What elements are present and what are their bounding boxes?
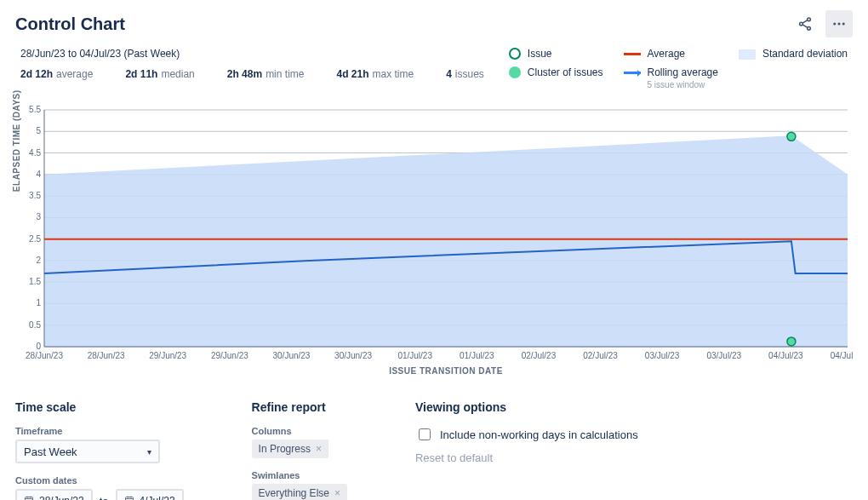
stats-row: 2d 12haverage 2d 11hmedian 2h 48mmin tim… bbox=[20, 68, 484, 80]
svg-text:03/Jul/23: 03/Jul/23 bbox=[645, 351, 680, 360]
svg-text:3: 3 bbox=[36, 212, 41, 221]
legend-rolling: Rolling average 5 issue window bbox=[624, 66, 718, 89]
svg-text:29/Jun/23: 29/Jun/23 bbox=[211, 351, 248, 360]
chart-area: ELAPSED TIME (DAYS) 00.511.522.533.544.5… bbox=[15, 105, 853, 380]
stddev-swatch-icon bbox=[739, 49, 756, 60]
legend: Issue Average Standard deviation Cluster… bbox=[509, 48, 848, 89]
header-actions bbox=[791, 10, 853, 37]
issue-icon bbox=[509, 48, 521, 60]
stat-value: 2h 48m bbox=[227, 68, 262, 80]
date-range: 28/Jun/23 to 04/Jul/23 (Past Week) bbox=[20, 48, 484, 60]
svg-point-49 bbox=[787, 337, 796, 346]
svg-point-1 bbox=[800, 22, 803, 26]
svg-text:0: 0 bbox=[36, 342, 41, 351]
section-title: Time scale bbox=[15, 400, 184, 414]
stats-block: 28/Jun/23 to 04/Jul/23 (Past Week) 2d 12… bbox=[20, 48, 484, 80]
stat-label: min time bbox=[266, 68, 304, 80]
average-line-icon bbox=[624, 53, 641, 55]
svg-text:2: 2 bbox=[36, 256, 41, 265]
summary-row: 28/Jun/23 to 04/Jul/23 (Past Week) 2d 12… bbox=[15, 48, 853, 89]
svg-text:04/Jul/23: 04/Jul/23 bbox=[768, 351, 803, 360]
legend-label: Rolling average bbox=[648, 66, 718, 78]
rolling-line-icon bbox=[624, 72, 641, 74]
svg-text:5.5: 5.5 bbox=[29, 105, 41, 114]
stat-label: average bbox=[56, 68, 93, 80]
svg-text:02/Jul/23: 02/Jul/23 bbox=[522, 351, 557, 360]
more-button[interactable] bbox=[825, 10, 853, 37]
timeframe-select[interactable]: Past Week ▾ bbox=[15, 440, 160, 463]
svg-text:28/Jun/23: 28/Jun/23 bbox=[26, 351, 63, 360]
select-value: Past Week bbox=[24, 445, 77, 458]
svg-text:5: 5 bbox=[36, 126, 41, 135]
svg-text:30/Jun/23: 30/Jun/23 bbox=[334, 351, 372, 360]
date-value: 28/Jun/23 bbox=[39, 495, 84, 500]
checkbox-label: Include non-working days in calculations bbox=[440, 428, 638, 441]
nonworking-checkbox[interactable] bbox=[419, 428, 431, 440]
svg-point-3 bbox=[833, 23, 836, 26]
chevron-down-icon: ▾ bbox=[147, 447, 151, 457]
svg-point-5 bbox=[842, 23, 845, 26]
stat-value: 4 bbox=[446, 68, 452, 80]
stat-label: median bbox=[161, 68, 194, 80]
svg-text:28/Jun/23: 28/Jun/23 bbox=[88, 351, 125, 360]
stat-median: 2d 11hmedian bbox=[125, 68, 194, 80]
viewing-options-column: Viewing options Include non-working days… bbox=[415, 400, 638, 464]
stat-issues: 4issues bbox=[446, 68, 484, 80]
section-title: Viewing options bbox=[415, 400, 638, 414]
share-button[interactable] bbox=[791, 10, 819, 37]
legend-label: Issue bbox=[528, 48, 552, 60]
svg-text:03/Jul/23: 03/Jul/23 bbox=[706, 351, 741, 360]
page-header: Control Chart bbox=[15, 10, 853, 37]
columns-tag[interactable]: In Progress × bbox=[252, 440, 328, 458]
date-from-input[interactable]: 28/Jun/23 bbox=[15, 489, 93, 500]
section-title: Refine report bbox=[252, 400, 347, 414]
stat-min: 2h 48mmin time bbox=[227, 68, 305, 80]
legend-stddev: Standard deviation bbox=[739, 48, 848, 60]
swimlanes-tag[interactable]: Everything Else × bbox=[252, 484, 347, 500]
field-label: Columns bbox=[252, 426, 347, 436]
svg-text:1.5: 1.5 bbox=[29, 277, 41, 286]
svg-text:04/Jul/23: 04/Jul/23 bbox=[831, 351, 853, 360]
legend-label: Standard deviation bbox=[762, 48, 848, 60]
legend-cluster: Cluster of issues bbox=[509, 66, 603, 89]
field-label: Custom dates bbox=[15, 475, 184, 486]
svg-text:01/Jul/23: 01/Jul/23 bbox=[397, 351, 432, 360]
page-title: Control Chart bbox=[15, 14, 125, 34]
tag-label: Everything Else bbox=[259, 487, 329, 499]
remove-tag-icon[interactable]: × bbox=[334, 487, 340, 499]
tag-label: In Progress bbox=[259, 443, 311, 455]
legend-label: Average bbox=[648, 48, 685, 60]
svg-point-0 bbox=[808, 18, 811, 21]
svg-text:4: 4 bbox=[36, 170, 41, 179]
y-axis-label: ELAPSED TIME (DAYS) bbox=[12, 89, 21, 192]
svg-point-4 bbox=[838, 23, 841, 26]
legend-label: Cluster of issues bbox=[528, 66, 603, 78]
cluster-icon bbox=[509, 66, 521, 78]
svg-text:ISSUE TRANSITION DATE: ISSUE TRANSITION DATE bbox=[389, 366, 503, 376]
svg-text:29/Jun/23: 29/Jun/23 bbox=[149, 351, 186, 360]
stat-average: 2d 12haverage bbox=[20, 68, 93, 80]
controls-panel: Time scale Timeframe Past Week ▾ Custom … bbox=[15, 400, 853, 500]
stat-label: max time bbox=[372, 68, 414, 80]
svg-text:30/Jun/23: 30/Jun/23 bbox=[272, 351, 310, 360]
stat-value: 2d 11h bbox=[125, 68, 157, 80]
chart-svg[interactable]: 00.511.522.533.544.555.528/Jun/2328/Jun/… bbox=[15, 105, 853, 380]
date-value: 4/Jul/23 bbox=[140, 495, 175, 500]
legend-issue: Issue bbox=[509, 48, 603, 60]
stat-max: 4d 21hmax time bbox=[336, 68, 414, 80]
refine-report-column: Refine report Columns In Progress × Swim… bbox=[252, 400, 347, 500]
svg-text:3.5: 3.5 bbox=[29, 191, 41, 200]
stat-label: issues bbox=[455, 68, 484, 80]
remove-tag-icon[interactable]: × bbox=[316, 443, 322, 455]
field-label: Timeframe bbox=[15, 426, 184, 436]
date-to-input[interactable]: 4/Jul/23 bbox=[116, 489, 184, 500]
svg-point-48 bbox=[787, 132, 796, 141]
to-label: to bbox=[100, 495, 109, 501]
field-label: Swimlanes bbox=[252, 470, 347, 480]
calendar-icon bbox=[124, 495, 134, 501]
reset-viewing-link[interactable]: Reset to default bbox=[415, 451, 638, 464]
stat-value: 4d 21h bbox=[336, 68, 368, 80]
time-scale-column: Time scale Timeframe Past Week ▾ Custom … bbox=[15, 400, 184, 500]
legend-average: Average bbox=[624, 48, 718, 60]
svg-text:0.5: 0.5 bbox=[29, 320, 41, 330]
